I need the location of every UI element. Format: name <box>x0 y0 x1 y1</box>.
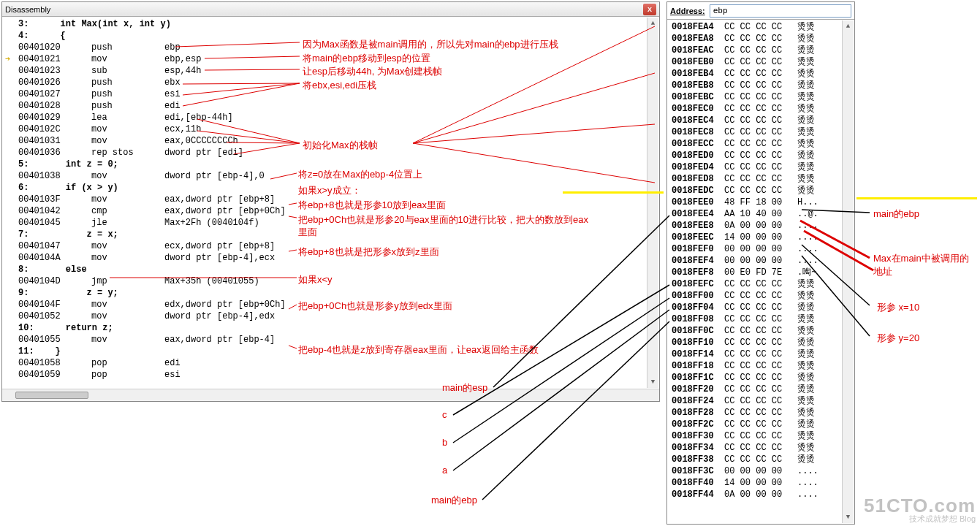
memory-address: 0018FF3C <box>672 465 724 477</box>
disasm-line[interactable]: 0040102Cmovecx,11h <box>5 123 656 135</box>
memory-row[interactable]: 0018FEBCCC CC CC CC烫烫 <box>672 91 853 103</box>
disasm-line[interactable]: 00401047movecx,dword ptr [ebp+8] <box>5 240 656 252</box>
memory-row[interactable]: 0018FEF400 00 00 00.... <box>672 255 853 267</box>
memory-row[interactable]: 0018FEB4CC CC CC CC烫烫 <box>672 68 853 80</box>
memory-row[interactable]: 0018FF24CC CC CC CC烫烫 <box>672 395 853 407</box>
disasm-line[interactable]: 9: z = y; <box>5 287 656 299</box>
memory-row[interactable]: 0018FEC0CC CC CC CC烫烫 <box>672 103 853 115</box>
disasm-line[interactable]: 00401055moveax,dword ptr [ebp-4] <box>5 334 656 346</box>
disasm-line[interactable]: 00401028pushedi <box>5 100 656 112</box>
scroll-down-icon[interactable]: ▼ <box>843 511 854 523</box>
memory-row[interactable]: 0018FF4014 00 00 00.... <box>672 477 853 489</box>
disasm-line[interactable]: 0040104DjmpMax+35h (00401055) <box>5 275 656 287</box>
memory-row[interactable]: 0018FF10CC CC CC CC烫烫 <box>672 337 853 348</box>
memory-bytes: CC CC CC CC <box>724 419 797 430</box>
vertical-scrollbar[interactable]: ▲ ▼ <box>647 18 658 388</box>
close-icon[interactable]: X <box>643 4 656 15</box>
memory-row[interactable]: 0018FF00CC CC CC CC烫烫 <box>672 290 853 302</box>
disasm-line[interactable]: 00401029leaedi,[ebp-44h] <box>5 112 656 123</box>
memory-row[interactable]: 0018FF1CCC CC CC CC烫烫 <box>672 372 853 384</box>
instruction-args: ecx,dword ptr [ebp+8] <box>164 240 325 252</box>
disassembly-titlebar[interactable]: Disassembly X <box>2 2 659 17</box>
disasm-line[interactable]: 00401052movdword ptr [ebp-4],edx <box>5 310 656 322</box>
disasm-line[interactable]: ➔00401021movebp,esp <box>5 53 656 65</box>
disasm-line[interactable]: 0040104Amovdword ptr [ebp-4],ecx <box>5 252 656 264</box>
disassembly-body[interactable]: 3: int Max(int x, int y)4: {00401020push… <box>2 17 659 389</box>
disasm-line[interactable]: 00401026pushebx <box>5 77 656 88</box>
memory-bytes: 0A 00 00 00 <box>724 220 797 232</box>
memory-bytes: CC CC CC CC <box>724 384 797 395</box>
memory-row[interactable]: 0018FEF000 00 00 00.... <box>672 243 853 255</box>
memory-row[interactable]: 0018FEC8CC CC CC CC烫烫 <box>672 126 853 138</box>
disasm-line[interactable]: 3: int Max(int x, int y) <box>5 18 656 30</box>
disasm-line[interactable]: 00401027pushesi <box>5 88 656 100</box>
memory-row[interactable]: 0018FEA8CC CC CC CC烫烫 <box>672 33 853 45</box>
memory-row[interactable]: 0018FEE048 FF 18 00H... <box>672 197 853 208</box>
memory-row[interactable]: 0018FF18CC CC CC CC烫烫 <box>672 360 853 372</box>
disasm-line[interactable]: 00401036rep stosdword ptr [edi] <box>5 147 656 159</box>
disasm-line[interactable]: 00401020pushebp <box>5 42 656 53</box>
disasm-line[interactable]: 10: return z; <box>5 322 656 334</box>
memory-row[interactable]: 0018FEACCC CC CC CC烫烫 <box>672 45 853 56</box>
memory-row[interactable]: 0018FEB0CC CC CC CC烫烫 <box>672 56 853 68</box>
memory-row[interactable]: 0018FF2CCC CC CC CC烫烫 <box>672 419 853 430</box>
exec-arrow-icon <box>5 182 18 194</box>
exec-arrow-icon <box>5 159 18 170</box>
memory-row[interactable]: 0018FEE80A 00 00 00.... <box>672 220 853 232</box>
memory-row[interactable]: 0018FED4CC CC CC CC烫烫 <box>672 161 853 173</box>
memory-body[interactable]: 0018FEA4CC CC CC CC烫烫0018FEA8CC CC CC CC… <box>667 20 854 524</box>
memory-scrollbar[interactable]: ▲ ▼ <box>842 20 854 523</box>
disasm-line[interactable]: 00401031moveax,0CCCCCCCCh <box>5 135 656 147</box>
memory-row[interactable]: 0018FEB8CC CC CC CC烫烫 <box>672 80 853 91</box>
memory-row[interactable]: 0018FED8CC CC CC CC烫烫 <box>672 173 853 185</box>
memory-row[interactable]: 0018FED0CC CC CC CC烫烫 <box>672 150 853 161</box>
memory-row[interactable]: 0018FEE4AA 10 40 00..@. <box>672 208 853 220</box>
memory-row[interactable]: 0018FEFCCC CC CC CC烫烫 <box>672 278 853 290</box>
memory-row[interactable]: 0018FEA4CC CC CC CC烫烫 <box>672 21 853 33</box>
memory-row[interactable]: 0018FEC4CC CC CC CC烫烫 <box>672 115 853 126</box>
memory-row[interactable]: 0018FF30CC CC CC CC烫烫 <box>672 430 853 442</box>
memory-row[interactable]: 0018FF04CC CC CC CC烫烫 <box>672 302 853 313</box>
address-input[interactable] <box>710 4 851 18</box>
disasm-line[interactable]: 00401045jleMax+2Fh (0040104f) <box>5 217 656 229</box>
memory-row[interactable]: 0018FF440A 00 00 00.... <box>672 489 853 500</box>
horizontal-scrollbar[interactable] <box>2 389 659 401</box>
disasm-line[interactable]: 7: z = x; <box>5 229 656 240</box>
disasm-line[interactable]: 0040103Fmoveax,dword ptr [ebp+8] <box>5 194 656 205</box>
scroll-thumb[interactable] <box>15 392 88 399</box>
disasm-line[interactable]: 00401058popedi <box>5 357 656 369</box>
memory-bytes: CC CC CC CC <box>724 45 797 56</box>
exec-arrow-icon <box>5 299 18 310</box>
disasm-line[interactable]: 4: { <box>5 30 656 42</box>
instruction-opcode: mov <box>91 252 164 264</box>
disasm-line[interactable]: 6: if (x > y) <box>5 182 656 194</box>
memory-row[interactable]: 0018FF28CC CC CC CC烫烫 <box>672 407 853 419</box>
memory-bytes: CC CC CC CC <box>724 372 797 384</box>
exec-arrow-icon <box>5 77 18 88</box>
instruction-args: ebp <box>164 42 325 53</box>
memory-row[interactable]: 0018FF08CC CC CC CC烫烫 <box>672 313 853 325</box>
memory-row[interactable]: 0018FEF800 E0 FD 7E.啕~ <box>672 267 853 278</box>
disasm-line[interactable]: 00401059popesi <box>5 369 656 381</box>
memory-row[interactable]: 0018FF0CCC CC CC CC烫烫 <box>672 325 853 337</box>
disasm-line[interactable]: 00401023subesp,44h <box>5 65 656 77</box>
memory-row[interactable]: 0018FF3C00 00 00 00.... <box>672 465 853 477</box>
disasm-line[interactable]: 5: int z = 0; <box>5 159 656 170</box>
scroll-down-icon[interactable]: ▼ <box>647 376 658 388</box>
memory-row[interactable]: 0018FF20CC CC CC CC烫烫 <box>672 384 853 395</box>
disasm-line[interactable]: 8: else <box>5 264 656 275</box>
memory-row[interactable]: 0018FECCCC CC CC CC烫烫 <box>672 138 853 150</box>
disasm-line[interactable]: 11: } <box>5 346 656 357</box>
disasm-line[interactable]: 0040104Fmovedx,dword ptr [ebp+0Ch] <box>5 299 656 310</box>
memory-row[interactable]: 0018FEEC14 00 00 00.... <box>672 232 853 243</box>
memory-row[interactable]: 0018FEDCCC CC CC CC烫烫 <box>672 185 853 197</box>
instruction-args: edx,dword ptr [ebp+0Ch] <box>164 299 325 310</box>
memory-row[interactable]: 0018FF38CC CC CC CC烫烫 <box>672 454 853 465</box>
instruction-address: 00401038 <box>18 170 91 182</box>
memory-row[interactable]: 0018FF34CC CC CC CC烫烫 <box>672 442 853 454</box>
scroll-up-icon[interactable]: ▲ <box>647 18 658 29</box>
scroll-up-icon[interactable]: ▲ <box>843 20 854 32</box>
disasm-line[interactable]: 00401042cmpeax,dword ptr [ebp+0Ch] <box>5 205 656 217</box>
memory-row[interactable]: 0018FF14CC CC CC CC烫烫 <box>672 348 853 360</box>
disasm-line[interactable]: 00401038movdword ptr [ebp-4],0 <box>5 170 656 182</box>
